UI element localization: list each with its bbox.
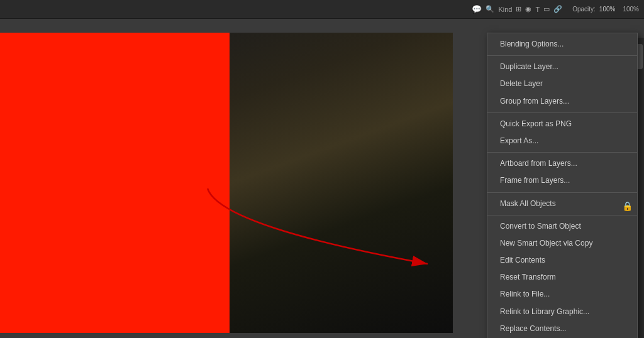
menu-item-export-as[interactable]: Export As... xyxy=(487,133,637,150)
menu-separator-4 xyxy=(487,192,637,193)
menu-separator-3 xyxy=(487,152,637,153)
menu-item-replace-contents[interactable]: Replace Contents... xyxy=(487,320,637,337)
shape-icon[interactable]: ▭ xyxy=(543,5,550,13)
menu-item-artboard-from-layers[interactable]: Artboard from Layers... xyxy=(487,155,637,172)
context-menu: Blending Options... Duplicate Layer... D… xyxy=(487,33,638,338)
menu-separator-5 xyxy=(487,215,637,215)
menu-separator-2 xyxy=(487,112,637,113)
menu-item-group-from-layers[interactable]: Group from Layers... xyxy=(487,93,637,110)
link-icon[interactable]: 🔗 xyxy=(553,5,562,13)
red-rectangle xyxy=(0,33,230,333)
menu-item-edit-contents[interactable]: Edit Contents xyxy=(487,252,637,269)
canvas-area: Blending Options... Duplicate Layer... D… xyxy=(0,19,644,338)
opacity-value: 100% xyxy=(599,6,616,13)
menu-item-new-smart-object-copy[interactable]: New Smart Object via Copy xyxy=(487,235,637,252)
filter-icon[interactable]: ◉ xyxy=(525,5,531,13)
menu-item-relink-to-file[interactable]: Relink to File... xyxy=(487,286,637,303)
lock-icon[interactable]: 🔒 xyxy=(622,201,633,211)
menu-item-duplicate-layer[interactable]: Duplicate Layer... xyxy=(487,58,637,75)
menu-item-quick-export-png[interactable]: Quick Export as PNG xyxy=(487,116,637,133)
menu-item-delete-layer[interactable]: Delete Layer xyxy=(487,75,637,92)
menu-item-blending-options[interactable]: Blending Options... xyxy=(487,36,637,53)
opacity2-value: 100% xyxy=(623,6,639,13)
menu-item-frame-from-layers[interactable]: Frame from Layers... xyxy=(487,172,637,189)
grid-icon[interactable]: ⊞ xyxy=(516,5,521,13)
type-icon[interactable]: T xyxy=(535,6,540,13)
opacity-label: Opacity: xyxy=(572,6,596,13)
menu-item-mask-all-objects[interactable]: Mask All Objects xyxy=(487,195,637,212)
menu-item-convert-smart-object[interactable]: Convert to Smart Object xyxy=(487,218,637,235)
menu-item-relink-to-library[interactable]: Relink to Library Graphic... xyxy=(487,303,637,320)
search-label: Kind xyxy=(498,6,512,13)
speech-bubble-icon[interactable]: 💬 xyxy=(472,4,482,14)
search-icon: 🔍 xyxy=(486,5,494,13)
top-toolbar: 💬 🔍 Kind ⊞ ◉ T ▭ 🔗 Opacity: 100% 100% xyxy=(0,0,644,19)
menu-item-reset-transform[interactable]: Reset Transform xyxy=(487,269,637,286)
menu-separator-1 xyxy=(487,55,637,56)
